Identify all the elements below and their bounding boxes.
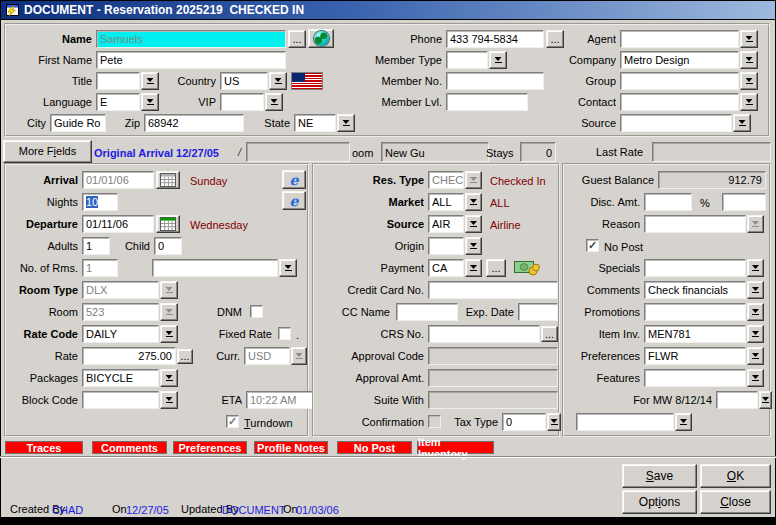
market-field[interactable]: ALL — [428, 193, 464, 211]
departure-calendar-button[interactable] — [156, 215, 180, 233]
comments-button[interactable]: Comments — [92, 441, 167, 454]
vip-dropdown-button[interactable] — [265, 93, 283, 111]
departure-field[interactable]: 01/11/06 — [82, 215, 154, 233]
preferences-dropdown-button[interactable] — [747, 347, 764, 365]
state-dropdown-button[interactable] — [337, 114, 355, 132]
member-type-field[interactable] — [446, 51, 488, 69]
promotions-dropdown-button[interactable] — [747, 303, 764, 321]
no-post-button[interactable]: No Post — [337, 441, 412, 454]
for-mw-dropdown-button[interactable] — [759, 391, 772, 409]
member-type-dropdown-button[interactable] — [489, 51, 507, 69]
source-code-field[interactable]: AIR — [428, 215, 464, 233]
agent-dropdown-button[interactable] — [740, 30, 758, 48]
company-dropdown-button[interactable] — [740, 51, 758, 69]
source-dropdown-button[interactable] — [733, 114, 751, 132]
title-dropdown-button[interactable] — [141, 72, 159, 90]
payment-field[interactable]: CA — [428, 259, 464, 277]
member-lvl-field[interactable] — [446, 93, 528, 111]
city-field[interactable]: Guide Ro — [50, 114, 106, 132]
dnm-checkbox[interactable] — [250, 305, 263, 318]
zip-field[interactable]: 68942 — [144, 114, 244, 132]
for-mw-field[interactable] — [716, 391, 758, 409]
origin-field[interactable] — [428, 237, 464, 255]
adults-field[interactable]: 1 — [82, 237, 110, 255]
features-field[interactable] — [644, 369, 746, 387]
traces-button[interactable]: Traces — [5, 441, 83, 454]
group-field[interactable] — [620, 72, 739, 90]
first-name-field[interactable]: Pete — [96, 51, 286, 69]
cc-name-field[interactable] — [396, 303, 458, 321]
packages-field[interactable]: BICYCLE — [82, 369, 159, 387]
unnamed-combo-dropdown-button[interactable] — [279, 259, 297, 277]
specials-dropdown-button[interactable] — [747, 259, 764, 277]
source-field[interactable] — [620, 114, 732, 132]
item-inventory-button[interactable]: Item Inventory — [417, 441, 494, 454]
item-inv-dropdown-button[interactable] — [747, 325, 764, 343]
language-field[interactable]: E — [96, 93, 140, 111]
language-dropdown-button[interactable] — [141, 93, 159, 111]
crs-ellipsis-button[interactable]: ... — [541, 326, 558, 342]
credit-card-field[interactable] — [428, 281, 558, 299]
block-code-field[interactable] — [82, 391, 159, 409]
rate-ellipsis-button[interactable]: ... — [177, 349, 193, 364]
vip-label: VIP — [164, 93, 216, 111]
disc-percent-field[interactable] — [722, 193, 766, 211]
payment-ellipsis-button[interactable]: ... — [486, 259, 506, 277]
group-dropdown-button[interactable] — [740, 72, 758, 90]
exp-date-field[interactable] — [518, 303, 558, 321]
more-fields-button[interactable]: More Fields — [3, 140, 92, 163]
arrival-calendar-button[interactable] — [156, 171, 180, 189]
agent-field[interactable] — [620, 30, 739, 48]
crs-no-field[interactable] — [428, 325, 540, 343]
block-code-dropdown-button[interactable] — [160, 391, 178, 409]
member-no-field[interactable] — [446, 72, 544, 90]
features-dropdown-button[interactable] — [747, 369, 764, 387]
turndown-checkbox[interactable]: ✓ — [226, 415, 239, 428]
preferences-field[interactable]: FLWR — [644, 347, 746, 365]
phone-field[interactable]: 433 794-5834 — [446, 30, 544, 48]
country-dropdown-button[interactable] — [269, 72, 287, 90]
source-code-dropdown-button[interactable] — [465, 215, 482, 233]
comments-field[interactable]: Check financials — [644, 281, 746, 299]
promotions-field[interactable] — [644, 303, 746, 321]
vip-field[interactable] — [220, 93, 264, 111]
browser-button-2[interactable]: e — [282, 191, 306, 210]
tax-type-field[interactable]: 0 — [502, 413, 546, 431]
contact-dropdown-button[interactable] — [740, 93, 758, 111]
tax-type-dropdown-button[interactable] — [547, 413, 561, 431]
no-post-checkbox[interactable]: ✓ — [586, 239, 599, 252]
profile-notes-button[interactable]: Profile Notes — [254, 441, 328, 454]
options-button[interactable]: Options — [622, 490, 697, 514]
name-field[interactable]: Samuels — [96, 30, 286, 48]
child-field[interactable]: 0 — [154, 237, 182, 255]
reason-field[interactable] — [644, 215, 746, 233]
item-inv-field[interactable]: MEN781 — [644, 325, 746, 343]
unnamed-combo-field[interactable] — [152, 259, 278, 277]
rate-code-dropdown-button[interactable] — [160, 325, 178, 343]
extra-combo-field[interactable] — [576, 413, 674, 431]
name-ellipsis-button[interactable]: ... — [288, 30, 306, 48]
rate-code-field[interactable]: DAILY — [82, 325, 159, 343]
preferences-button[interactable]: Preferences — [173, 441, 247, 454]
ok-button[interactable]: OK — [700, 464, 771, 488]
disc-amt-field[interactable] — [644, 193, 692, 211]
market-dropdown-button[interactable] — [465, 193, 482, 211]
browser-button-1[interactable]: e — [282, 170, 306, 189]
country-field[interactable]: US — [220, 72, 268, 90]
nights-field[interactable]: 10 — [82, 193, 118, 211]
save-button[interactable]: Save — [622, 464, 697, 488]
payment-dropdown-button[interactable] — [465, 259, 482, 277]
company-field[interactable]: Metro Design — [620, 51, 739, 69]
state-field[interactable]: NE — [294, 114, 336, 132]
packages-dropdown-button[interactable] — [160, 369, 178, 387]
origin-dropdown-button[interactable] — [465, 237, 482, 255]
fixed-rate-checkbox[interactable] — [278, 327, 291, 340]
title-field[interactable] — [96, 72, 140, 90]
rate-field[interactable]: 275.00 — [82, 347, 176, 365]
close-button[interactable]: Close — [700, 490, 771, 514]
extra-combo-dropdown-button[interactable] — [675, 413, 692, 431]
specials-field[interactable] — [644, 259, 746, 277]
comments-dropdown-button[interactable] — [747, 281, 764, 299]
contact-field[interactable] — [620, 93, 739, 111]
profile-globe-button[interactable] — [308, 29, 334, 48]
